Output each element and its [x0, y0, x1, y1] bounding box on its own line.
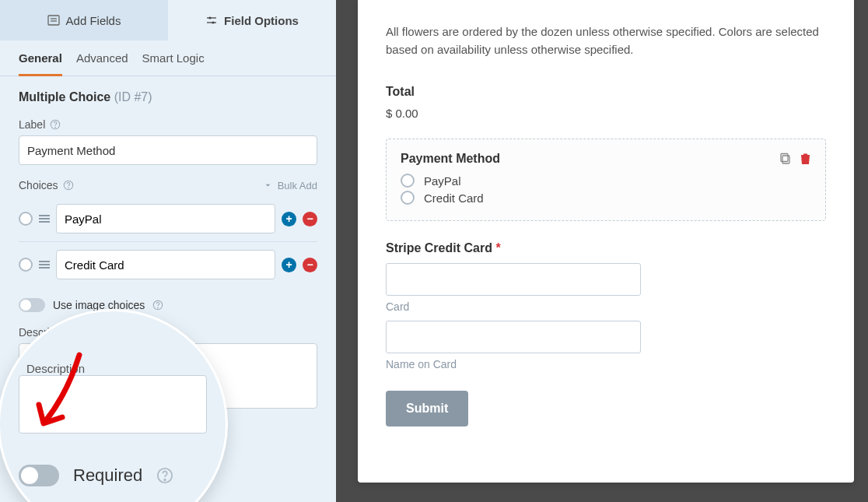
svg-point-18	[158, 307, 159, 308]
form-preview-wrapper: All flowers are ordered by the dozen unl…	[358, 0, 868, 502]
choice-input[interactable]	[56, 204, 275, 233]
remove-choice-button[interactable]: −	[303, 258, 317, 272]
payment-method-field[interactable]: Payment Method PayPal Credit Card	[386, 139, 826, 221]
svg-rect-11	[39, 215, 50, 216]
choice-row: + −	[19, 241, 317, 287]
required-toggle[interactable]	[19, 465, 59, 486]
form-preview: All flowers are ordered by the dozen unl…	[358, 0, 854, 483]
panel-tabs: Add Fields Field Options	[0, 0, 336, 40]
card-sublabel: Card	[386, 300, 826, 313]
default-radio[interactable]	[19, 212, 33, 226]
tab-field-options[interactable]: Field Options	[168, 0, 336, 40]
bulk-add-label: Bulk Add	[278, 180, 317, 191]
svg-rect-13	[39, 221, 50, 223]
default-radio[interactable]	[19, 258, 33, 272]
tab-add-fields[interactable]: Add Fields	[0, 0, 168, 40]
label-label: Label	[19, 118, 45, 131]
payment-option-label: Credit Card	[424, 191, 484, 205]
remove-choice-button[interactable]: −	[303, 212, 317, 226]
svg-point-22	[164, 479, 166, 481]
download-icon	[263, 181, 273, 191]
field-type: Multiple Choice	[19, 90, 110, 104]
subtab-general[interactable]: General	[19, 51, 62, 76]
required-label: Required	[73, 465, 142, 486]
name-sublabel: Name on Card	[386, 358, 826, 370]
trash-icon[interactable]	[800, 153, 811, 165]
image-choices-label: Use image choices	[53, 299, 145, 311]
total-label: Total	[386, 85, 826, 99]
svg-rect-0	[48, 16, 59, 25]
svg-point-4	[208, 16, 211, 19]
bulk-add-link[interactable]: Bulk Add	[263, 180, 317, 191]
image-choices-toggle[interactable]	[19, 298, 45, 312]
help-icon[interactable]	[152, 300, 163, 311]
svg-point-10	[68, 188, 68, 188]
svg-rect-16	[39, 267, 50, 269]
choices-label: Choices	[19, 179, 58, 191]
svg-rect-24	[781, 154, 788, 162]
image-choices-row: Use image choices	[19, 298, 317, 312]
form-icon	[47, 14, 60, 26]
name-on-card-input[interactable]	[386, 321, 641, 353]
description-textarea-zoom[interactable]	[19, 375, 207, 434]
stripe-label-text: Stripe Credit Card	[386, 241, 492, 255]
choice-row: + −	[19, 196, 317, 241]
help-icon[interactable]	[63, 180, 74, 191]
payment-option[interactable]: Credit Card	[401, 191, 811, 205]
svg-rect-14	[39, 261, 50, 262]
svg-point-6	[212, 21, 214, 23]
help-icon[interactable]	[156, 467, 173, 484]
tab-field-options-label: Field Options	[224, 14, 299, 27]
drag-icon[interactable]	[39, 259, 50, 270]
choices-header: Choices Bulk Add	[19, 179, 317, 191]
duplicate-icon[interactable]	[779, 153, 792, 165]
choice-input[interactable]	[56, 250, 275, 279]
help-icon[interactable]	[50, 119, 61, 130]
field-options-panel: Add Fields Field Options General Advance…	[0, 0, 336, 502]
notice-text: All flowers are ordered by the dozen unl…	[386, 23, 826, 58]
subtab-advanced[interactable]: Advanced	[76, 51, 128, 75]
payment-option[interactable]: PayPal	[401, 174, 811, 188]
label-input[interactable]	[19, 135, 317, 165]
radio-icon	[401, 191, 415, 205]
card-input[interactable]	[386, 263, 641, 296]
sliders-icon	[205, 14, 218, 26]
svg-rect-15	[39, 264, 50, 265]
submit-button[interactable]: Submit	[386, 391, 468, 427]
payment-option-label: PayPal	[424, 174, 461, 188]
svg-rect-12	[39, 218, 50, 219]
drag-icon[interactable]	[39, 213, 50, 224]
tab-add-fields-label: Add Fields	[66, 14, 121, 27]
add-choice-button[interactable]: +	[282, 258, 296, 272]
svg-point-8	[55, 127, 56, 128]
description-label-zoom: Description	[26, 362, 207, 375]
required-asterisk: *	[495, 241, 500, 255]
add-choice-button[interactable]: +	[282, 212, 296, 226]
subtabs: General Advanced Smart Logic	[0, 40, 336, 76]
stripe-field-label: Stripe Credit Card *	[386, 241, 826, 255]
field-id: (ID #7)	[114, 90, 152, 104]
total-amount: $ 0.00	[386, 107, 826, 120]
field-type-heading: Multiple Choice (ID #7)	[19, 90, 317, 104]
payment-method-label: Payment Method	[401, 152, 500, 166]
svg-rect-23	[782, 156, 789, 163]
label-row: Label	[19, 118, 317, 131]
subtab-smart-logic[interactable]: Smart Logic	[142, 51, 205, 75]
radio-icon	[401, 174, 415, 188]
